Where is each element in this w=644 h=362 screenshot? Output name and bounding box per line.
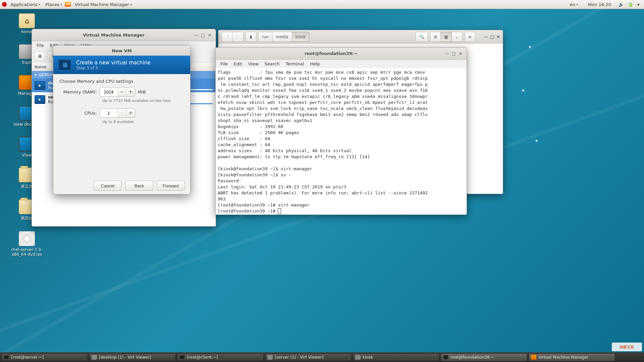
battery-icon[interactable]: 🔋: [628, 2, 633, 7]
cpu-increment-button[interactable]: +: [126, 109, 135, 117]
window-minimize-button[interactable]: —: [484, 34, 488, 39]
memory-decrement-button[interactable]: −: [117, 87, 126, 96]
memory-hint: Up to 7733 MiB available on the host: [102, 99, 184, 103]
task-server-viewer[interactable]: [server (1) - Virt Viewer]: [265, 353, 352, 361]
task-kiosk[interactable]: kiosk: [353, 353, 439, 361]
distro-icon: [2, 2, 7, 7]
file-manager-toolbar: 〈 〉 ▮ run media kiosk 🔍 ≣ ▦ ⌄ ≡ — □ ✕: [218, 30, 503, 44]
watermark: 创新互联: [612, 343, 642, 351]
window-icon: [267, 355, 273, 360]
window-maximize-button[interactable]: □: [200, 32, 206, 39]
chevron-down-icon: ▾: [35, 72, 37, 77]
cpu-label: CPUs:: [59, 111, 100, 116]
window-title: Virtual Machine Manager: [35, 33, 193, 38]
window-icon: [92, 355, 97, 360]
terminal-menubar: File Edit View Search Terminal Help: [216, 60, 467, 68]
memory-input[interactable]: [100, 87, 117, 96]
task-root-client[interactable]: [root@client:~]: [177, 353, 264, 361]
task-desktop-viewer[interactable]: [desktop (1) - Virt Viewer]: [89, 353, 176, 361]
banner-step: Step 3 of 5: [76, 66, 151, 70]
menu-file[interactable]: File: [34, 42, 47, 49]
view-dropdown-button[interactable]: ⌄: [452, 32, 463, 42]
dialog-form: Choose Memory and CPU settings Memory (R…: [53, 74, 190, 177]
new-vm-dialog: New VM 🖥 Create a new virtual machine St…: [53, 45, 191, 194]
system-tray: en▾ Mon 16:20 🔈 🔋 ▾: [567, 1, 642, 8]
active-app-menu[interactable]: Virtual Machine Manager▾: [72, 1, 135, 8]
vm-thumbnail-icon: ▶: [35, 81, 45, 90]
path-root-button[interactable]: ▮: [246, 32, 256, 42]
task-root-server[interactable]: [root@server:~]: [1, 353, 88, 361]
memory-unit: MiB: [138, 89, 146, 95]
bottom-taskbar: [root@server:~] [desktop (1) - Virt View…: [0, 352, 644, 362]
virt-manager-titlebar: Virtual Machine Manager — □ ✕: [32, 29, 216, 41]
search-button[interactable]: 🔍: [416, 32, 428, 42]
dialog-title: New VM: [53, 46, 190, 56]
nav-back-button[interactable]: 〈: [221, 32, 232, 42]
terminal-icon: [4, 355, 9, 360]
menu-edit[interactable]: Edit: [231, 61, 245, 67]
iso-file[interactable]: rhel-server-7.3-x86_64-dvd.iso: [10, 231, 44, 257]
input-language[interactable]: en▾: [567, 1, 581, 8]
hamburger-menu-button[interactable]: ≡: [465, 32, 475, 42]
memory-spinner: − +: [100, 87, 135, 97]
volume-icon[interactable]: 🔈: [619, 2, 623, 7]
window-close-button[interactable]: ✕: [496, 34, 500, 39]
cpu-spinner: − +: [100, 108, 135, 118]
monitor-icon: 🖥: [38, 54, 42, 59]
forward-button[interactable]: Forward: [157, 181, 185, 191]
path-segment-kiosk[interactable]: kiosk: [292, 32, 310, 42]
search-icon: 🔍: [419, 35, 424, 39]
clock[interactable]: Mon 16:20: [585, 1, 614, 8]
terminal-cursor: [278, 208, 281, 214]
places-menu[interactable]: Places▾: [43, 1, 64, 8]
banner-heading: Create a new virtual machine: [76, 60, 151, 66]
vm-thumbnail-icon: ▶: [35, 95, 45, 104]
terminal-output[interactable]: flags : fpu vme de pse tsc msr pae mce c…: [216, 68, 467, 215]
memory-label: Memory (RAM):: [59, 89, 100, 95]
folder-icon: [355, 355, 361, 360]
menu-terminal[interactable]: Terminal: [283, 61, 307, 67]
cpu-decrement-button: −: [117, 109, 126, 117]
cpu-input[interactable]: [100, 109, 117, 117]
dialog-buttons: Cancel Back Forward: [53, 177, 190, 194]
cpu-hint: Up to 8 available: [102, 120, 184, 124]
terminal-titlebar: root@foundation39:~ — □ ✕: [216, 48, 467, 60]
terminal-icon: [443, 355, 448, 360]
task-virt-manager[interactable]: Virtual Machine Manager: [529, 353, 615, 361]
terminal-window: root@foundation39:~ — □ ✕ File Edit View…: [215, 47, 467, 215]
power-menu-icon[interactable]: ▾: [637, 2, 642, 7]
menu-search[interactable]: Search: [262, 61, 282, 67]
active-app-icon: VM: [65, 2, 71, 7]
section-heading: Choose Memory and CPU settings: [59, 79, 184, 84]
icon-view-button[interactable]: ▦: [441, 32, 451, 42]
cancel-button[interactable]: Cancel: [94, 181, 122, 191]
menu-help[interactable]: Help: [307, 61, 323, 67]
task-root-foundation[interactable]: root@foundation39:~: [441, 353, 527, 361]
window-minimize-button[interactable]: —: [444, 50, 450, 57]
menu-view[interactable]: View: [246, 61, 261, 67]
window-close-button[interactable]: ✕: [206, 32, 213, 39]
vm-icon: 🖥: [58, 59, 71, 71]
back-button[interactable]: Back: [125, 181, 153, 191]
breadcrumb: run media kiosk: [258, 32, 309, 42]
terminal-icon: [179, 355, 185, 360]
new-vm-button[interactable]: 🖥: [34, 51, 45, 61]
window-minimize-button[interactable]: —: [193, 32, 200, 39]
nav-forward-button[interactable]: 〉: [232, 32, 244, 42]
menu-file[interactable]: File: [218, 61, 230, 67]
window-close-button[interactable]: ✕: [457, 50, 464, 57]
window-title: root@foundation39:~: [218, 51, 444, 56]
gnome-top-panel: Applications▾ Places▾ VM Virtual Machine…: [0, 0, 644, 9]
applications-menu[interactable]: Applications▾: [8, 1, 43, 8]
window-maximize-button[interactable]: □: [450, 50, 457, 57]
window-maximize-button[interactable]: □: [490, 34, 494, 39]
virt-manager-icon: [531, 355, 536, 360]
dialog-banner: 🖥 Create a new virtual machine Step 3 of…: [53, 56, 190, 74]
list-view-button[interactable]: ≣: [430, 32, 441, 42]
memory-increment-button[interactable]: +: [126, 87, 135, 96]
path-segment-media[interactable]: media: [272, 32, 292, 42]
path-segment-run[interactable]: run: [258, 32, 272, 42]
